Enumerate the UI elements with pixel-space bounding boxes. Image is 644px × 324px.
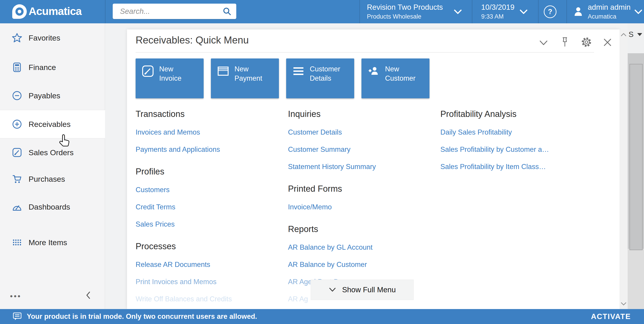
star-icon xyxy=(12,33,22,43)
trial-message: Your product is in trial mode. Only two … xyxy=(27,309,257,324)
user-tenant: Acumatica xyxy=(588,13,616,20)
menu-link[interactable]: Statement History Summary xyxy=(288,158,438,175)
list-icon xyxy=(292,64,305,78)
sidebar: Favorites Finance Payables Receivables S… xyxy=(0,23,105,309)
quick-action-tiles: NewInvoice NewPayment CustomerDetails Ne… xyxy=(136,58,430,98)
collapse-sidebar-icon[interactable] xyxy=(84,290,94,300)
section-title: Inquiries xyxy=(288,104,438,124)
sidebar-item-sales-orders[interactable]: Sales Orders xyxy=(0,138,105,167)
edit-square-icon xyxy=(12,147,22,158)
divider xyxy=(472,0,472,23)
scroll-down-icon[interactable] xyxy=(621,302,626,306)
section-title: Transactions xyxy=(136,104,285,124)
activate-button[interactable]: ACTIVATE xyxy=(591,309,631,324)
gear-icon[interactable] xyxy=(580,36,592,48)
page-title: Receivables: Quick Menu xyxy=(136,34,249,46)
chevron-down-icon xyxy=(519,9,528,15)
menu-link[interactable]: Invoices and Memos xyxy=(136,124,285,141)
user-icon xyxy=(572,5,584,17)
menu-link[interactable]: Customer Details xyxy=(288,124,438,141)
sidebar-item-favorites[interactable]: Favorites xyxy=(0,24,105,52)
page-scrollbar-track-lower xyxy=(628,249,644,309)
gauge-icon xyxy=(12,202,22,212)
menu-link[interactable]: Sales Profitability by Customer a… xyxy=(440,141,599,158)
minus-circle-icon xyxy=(12,90,22,101)
customer-details-tile[interactable]: CustomerDetails xyxy=(286,58,354,98)
menu-link[interactable]: Release AR Documents xyxy=(136,256,285,273)
sidebar-item-label: Dashboards xyxy=(28,193,70,221)
menu-link[interactable]: Print Invoices and Memos xyxy=(136,273,285,291)
sidebar-item-more-items[interactable]: More Items xyxy=(0,228,105,257)
peek-label: S xyxy=(628,30,634,39)
menu-link[interactable]: Payments and Applications xyxy=(136,141,285,158)
tile-label-line: New xyxy=(159,64,182,74)
dots-grid-icon xyxy=(12,237,22,248)
tile-label-line: New xyxy=(385,64,416,74)
add-user-icon xyxy=(367,64,380,78)
edit-square-icon xyxy=(141,64,155,78)
brand-name: Acumatica xyxy=(28,0,82,23)
menu-link[interactable]: Daily Sales Profitability xyxy=(440,124,599,141)
section-title: Processes xyxy=(136,237,285,256)
menu-link[interactable]: AR Balance by GL Account xyxy=(288,239,438,256)
page-scrollbar-thumb[interactable] xyxy=(630,64,643,250)
sidebar-item-label: Purchases xyxy=(28,165,65,193)
user-name: admin admin xyxy=(588,3,630,11)
sidebar-item-label: More Items xyxy=(28,228,67,257)
menu-section-profitability-analysis: Profitability Analysis Daily Sales Profi… xyxy=(440,104,599,175)
menu-link[interactable]: Sales Profitability by Item Class… xyxy=(440,158,599,175)
acumatica-logo-icon xyxy=(12,4,27,19)
menu-section-printed-forms: Printed Forms Invoice/Memo xyxy=(288,179,438,216)
global-search xyxy=(113,4,236,19)
business-time: 9:33 AM xyxy=(481,13,504,20)
sidebar-item-label: Finance xyxy=(28,53,56,81)
menu-link[interactable]: Write Off Balances and Credits xyxy=(136,291,285,308)
company-branch: Products Wholesale xyxy=(367,13,421,20)
scroll-up-icon[interactable] xyxy=(621,33,626,37)
pin-icon[interactable] xyxy=(560,36,570,49)
sidebar-item-finance[interactable]: Finance xyxy=(0,53,105,81)
new-invoice-tile[interactable]: NewInvoice xyxy=(136,58,204,98)
tile-label-line: Payment xyxy=(234,74,262,83)
chevron-down-icon xyxy=(454,9,462,15)
ellipsis-icon[interactable]: ••• xyxy=(10,292,22,301)
menu-link[interactable]: Sales Prices xyxy=(136,216,285,233)
help-icon[interactable]: ? xyxy=(544,5,556,18)
sidebar-item-payables[interactable]: Payables xyxy=(0,82,105,110)
underlying-toolbar-text: S xyxy=(628,30,642,39)
show-full-menu-label: Show Full Menu xyxy=(342,286,396,294)
search-icon[interactable] xyxy=(222,6,232,16)
sidebar-item-purchases[interactable]: Purchases xyxy=(0,165,105,193)
show-full-menu-button[interactable]: Show Full Menu xyxy=(311,280,414,300)
panel-scrollbar[interactable] xyxy=(620,29,628,309)
tile-label-line: Details xyxy=(310,74,340,83)
quick-menu-panel: Receivables: Quick Menu NewInvoice NewPa… xyxy=(127,29,620,309)
menu-section-processes: Processes Release AR Documents Print Inv… xyxy=(136,237,285,308)
chevron-down-icon xyxy=(634,9,643,15)
top-bar: Acumatica Revision Two Products Products… xyxy=(0,0,644,23)
divider xyxy=(360,0,360,23)
menu-link[interactable]: Invoice/Memo xyxy=(288,199,438,216)
close-icon[interactable] xyxy=(603,38,612,47)
sidebar-item-receivables[interactable]: Receivables xyxy=(0,110,105,138)
sidebar-item-label: Payables xyxy=(28,82,60,110)
sidebar-item-label: Favorites xyxy=(28,24,60,52)
new-customer-tile[interactable]: NewCustomer xyxy=(362,58,430,98)
tile-label-line: Invoice xyxy=(159,74,182,83)
menu-link[interactable]: AR Balance by Customer xyxy=(288,256,438,273)
chevron-down-icon xyxy=(328,287,336,293)
section-title: Profitability Analysis xyxy=(440,104,599,124)
trial-banner: Your product is in trial mode. Only two … xyxy=(0,309,644,324)
menu-link[interactable]: Customer Summary xyxy=(288,141,438,158)
sidebar-item-label: Sales Orders xyxy=(28,138,74,167)
business-date: 10/3/2019 xyxy=(481,3,514,11)
menu-link[interactable]: Customers xyxy=(136,181,285,199)
section-title: Reports xyxy=(288,219,438,239)
new-payment-tile[interactable]: NewPayment xyxy=(211,58,279,98)
tile-label-line: Customer xyxy=(385,74,416,83)
search-input[interactable] xyxy=(120,4,218,18)
menu-link[interactable]: Credit Terms xyxy=(136,199,285,216)
tile-label-line: Customer xyxy=(310,64,340,74)
collapse-panel-icon[interactable] xyxy=(538,39,548,46)
sidebar-item-dashboards[interactable]: Dashboards xyxy=(0,193,105,221)
